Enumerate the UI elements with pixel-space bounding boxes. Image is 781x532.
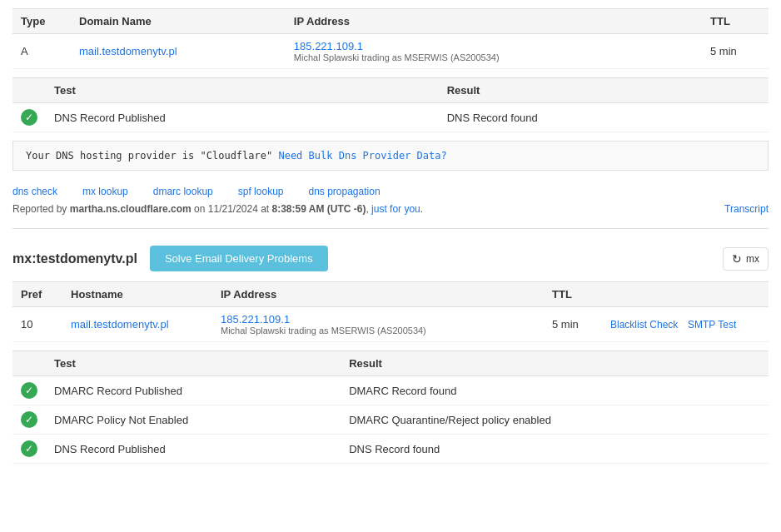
mx-isp-text: Michal Splawski trading as MSERWIS (AS20… (221, 326, 535, 336)
transcript-link[interactable]: Transcript (724, 203, 769, 215)
mx-refresh-button[interactable]: ↻ mx (723, 247, 769, 271)
col-ip: IP Address (286, 9, 702, 34)
check-icon: ✓ (21, 109, 37, 126)
mx-hostname-link[interactable]: mail.testdomenytv.pl (71, 318, 169, 331)
check-icon-cell: ✓ (12, 405, 46, 435)
mx-actions-cell: Blacklist Check SMTP Test (602, 307, 769, 342)
check-icon: ✓ (21, 411, 37, 428)
table-row: ✓ DNS Record Published DNS Record found (12, 103, 769, 132)
report-time: 8:38:59 AM (UTC -6) (272, 203, 366, 215)
mx-header: mx:testdomenytv.pl Solve Email Delivery … (12, 246, 769, 271)
report-server: martha.ns.cloudflare.com (70, 203, 192, 215)
table-row: A mail.testdomenytv.pl 185.221.109.1 Mic… (12, 34, 769, 69)
smtp-test-link[interactable]: SMTP Test (688, 319, 736, 331)
mx-refresh-label: mx (746, 253, 759, 265)
test-name-cell: DMARC Policy Not Enabled (46, 405, 341, 435)
col-test: Test (46, 351, 341, 376)
top-dns-table: Type Domain Name IP Address TTL A mail.t… (12, 8, 769, 69)
col-ttl: TTL (544, 282, 602, 307)
col-ttl: TTL (702, 9, 769, 34)
ttl-cell: 5 min (702, 34, 769, 69)
domain-link[interactable]: mail.testdomenytv.pl (79, 45, 177, 57)
col-pref: Pref (12, 282, 62, 307)
just-for-you-link[interactable]: just for you (371, 203, 420, 215)
col-actions (602, 282, 769, 307)
mx-ip-link[interactable]: 185.221.109.1 (221, 313, 290, 326)
test-name-cell: DNS Record Published (46, 103, 439, 132)
ip-cell: 185.221.109.1 Michal Splawski trading as… (286, 34, 702, 69)
solve-email-button[interactable]: Solve Email Delivery Problems (150, 246, 328, 271)
table-row: 10 mail.testdomenytv.pl 185.221.109.1 Mi… (12, 307, 769, 342)
check-icon-cell: ✓ (12, 435, 46, 464)
col-result: Result (341, 351, 769, 376)
mx-title: mx:testdomenytv.pl (12, 251, 137, 266)
test-result-cell: DMARC Record found (341, 376, 769, 405)
mx-records-table: Pref Hostname IP Address TTL 10 mail.tes… (12, 281, 769, 342)
info-box: Your DNS hosting provider is "Cloudflare… (12, 141, 769, 171)
blacklist-check-link[interactable]: Blacklist Check (610, 319, 678, 331)
col-domain: Domain Name (71, 9, 286, 34)
test-result-cell: DNS Record found (439, 103, 769, 132)
test-result-cell: DNS Record found (341, 435, 769, 464)
col-hostname: Hostname (62, 282, 212, 307)
ip-link[interactable]: 185.221.109.1 (294, 40, 363, 52)
section-divider (12, 228, 769, 229)
type-cell: A (12, 34, 71, 69)
check-icon: ✓ (21, 382, 37, 399)
mx-ip-cell: 185.221.109.1 Michal Splawski trading as… (212, 307, 544, 342)
bulk-dns-link[interactable]: Need Bulk Dns Provider Data? (278, 150, 446, 162)
pref-cell: 10 (12, 307, 62, 342)
nav-spf-lookup[interactable]: spf lookup (238, 186, 284, 197)
mx-ttl-cell: 5 min (544, 307, 602, 342)
hostname-cell[interactable]: mail.testdomenytv.pl (62, 307, 212, 342)
info-text-prefix: Your DNS hosting provider is "Cloudflare… (26, 150, 278, 162)
domain-cell[interactable]: mail.testdomenytv.pl (71, 34, 286, 69)
isp-text: Michal Splawski trading as MSERWIS (AS20… (294, 52, 694, 62)
test-result-cell: DMARC Quarantine/Reject policy enabled (341, 405, 769, 435)
col-result: Result (439, 78, 769, 103)
test-name-cell: DNS Record Published (46, 435, 341, 464)
check-icon-cell: ✓ (12, 376, 46, 405)
test-name-cell: DMARC Record Published (46, 376, 341, 405)
check-icon: ✓ (21, 440, 37, 457)
nav-dns-propagation[interactable]: dns propagation (308, 186, 380, 197)
col-test: Test (46, 78, 439, 103)
mx-test-table: Test Result ✓ DMARC Record Published DMA… (12, 351, 769, 464)
report-text: Reported by martha.ns.cloudflare.com on … (12, 203, 423, 215)
table-row: ✓ DNS Record Published DNS Record found (12, 435, 769, 464)
table-row: ✓ DMARC Record Published DMARC Record fo… (12, 376, 769, 405)
col-ip-address: IP Address (212, 282, 544, 307)
col-type: Type (12, 9, 71, 34)
nav-links: dns check mx lookup dmarc lookup spf loo… (12, 179, 769, 201)
nav-dns-check[interactable]: dns check (12, 186, 57, 197)
test-result-table-top: Test Result ✓ DNS Record Published DNS R… (12, 77, 769, 132)
mx-section: mx:testdomenytv.pl Solve Email Delivery … (0, 236, 781, 464)
report-line: Reported by martha.ns.cloudflare.com on … (12, 201, 769, 221)
table-row: ✓ DMARC Policy Not Enabled DMARC Quarant… (12, 405, 769, 435)
nav-mx-lookup[interactable]: mx lookup (82, 186, 128, 197)
nav-dmarc-lookup[interactable]: dmarc lookup (153, 186, 213, 197)
check-icon-cell: ✓ (12, 103, 46, 132)
refresh-icon: ↻ (732, 252, 742, 266)
col-check (12, 351, 46, 376)
col-check (12, 78, 46, 103)
